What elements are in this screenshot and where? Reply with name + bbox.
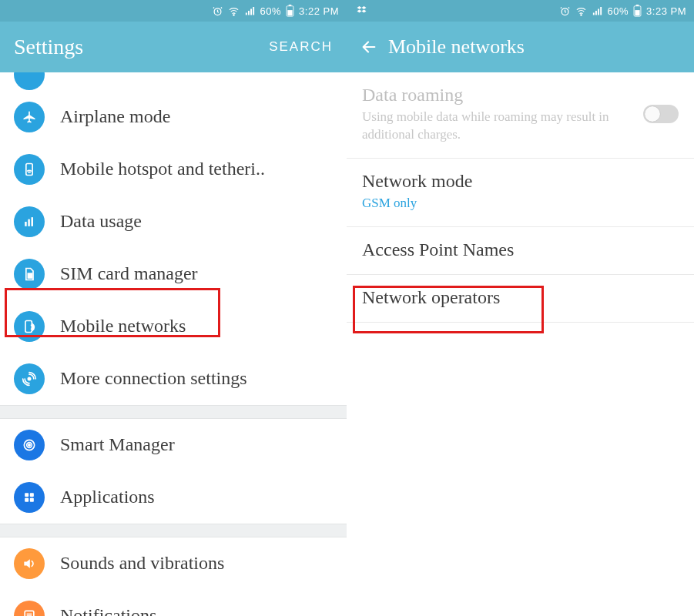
list-item-label: Sounds and vibrations [60,553,224,574]
setting-title: Network operators [362,287,679,308]
settings-list: Airplane mode Mobile hotspot and tetheri… [0,72,347,616]
svg-rect-10 [25,320,32,332]
svg-rect-4 [287,10,292,15]
notifications-icon [14,601,45,617]
list-item-airplane-mode[interactable]: Airplane mode [0,91,347,143]
list-item-sounds[interactable]: Sounds and vibrations [0,537,347,590]
setting-network-mode[interactable]: Network mode GSM only [347,159,694,227]
toggle-data-roaming[interactable] [643,105,679,123]
setting-description: Using mobile data while roaming may resu… [362,109,631,144]
airplane-icon [14,102,45,132]
alarm-icon [559,5,571,17]
back-button[interactable] [360,38,377,55]
sound-icon [14,548,45,579]
svg-rect-3 [289,5,292,6]
list-item-data-usage[interactable]: Data usage [0,196,347,248]
alarm-icon [212,5,223,17]
list-item-label: More connection settings [60,368,247,389]
setting-title: Access Point Names [362,239,679,260]
list-item-sim-manager[interactable]: SIM card manager [0,248,347,300]
clock-time: 3:22 PM [299,5,339,17]
generic-icon [14,72,45,90]
setting-network-operators[interactable]: Network operators [347,275,694,323]
app-bar: Mobile networks [347,22,694,72]
search-button[interactable]: SEARCH [269,39,333,55]
section-divider [0,405,347,419]
signal-icon [592,5,603,17]
setting-data-roaming[interactable]: Data roaming Using mobile data while roa… [347,72,694,159]
mobile-networks-icon [14,311,45,342]
data-usage-icon [14,206,45,237]
svg-point-1 [233,14,233,15]
svg-point-24 [580,14,581,15]
list-item-label: SIM card manager [60,263,198,284]
battery-icon [633,5,642,17]
svg-rect-18 [30,497,34,501]
list-item-mobile-networks[interactable]: Mobile networks [0,300,347,353]
hotspot-icon [14,154,45,185]
status-bar: 60% 3:22 PM [0,0,347,22]
list-item-label: Airplane mode [60,106,170,127]
wifi-icon [228,5,240,17]
list-item-label: Notifications [60,605,156,616]
page-title: Settings [14,35,258,59]
list-item-smart-manager[interactable]: Smart Manager [0,419,347,471]
screen-mobile-networks: 60% 3:23 PM Mobile networks Data roaming… [347,0,694,616]
app-bar: Settings SEARCH [0,22,347,72]
svg-rect-6 [25,222,27,226]
list-item[interactable] [0,72,347,91]
svg-rect-16 [30,493,34,497]
battery-percent: 60% [260,5,282,17]
smart-manager-icon [14,430,45,460]
list-item-more-connections[interactable]: More connection settings [0,353,347,405]
section-divider [0,524,347,537]
dropbox-icon [356,5,368,20]
wifi-icon [575,5,587,17]
svg-point-11 [28,377,30,380]
svg-rect-15 [25,493,28,497]
setting-title: Network mode [362,171,679,192]
setting-value: GSM only [362,195,679,213]
svg-rect-27 [635,10,639,15]
sim-icon [14,259,45,290]
list-item-label: Applications [60,487,155,507]
clock-time: 3:23 PM [646,5,686,17]
signal-icon [244,5,256,17]
more-connections-icon [14,363,45,394]
status-bar: 60% 3:23 PM [347,0,694,22]
list-item-label: Mobile networks [60,316,186,336]
page-title: Mobile networks [388,35,680,59]
svg-rect-26 [636,5,639,6]
setting-title: Data roaming [362,85,631,105]
applications-icon [14,482,45,513]
battery-percent: 60% [608,5,629,17]
list-item-label: Smart Manager [60,434,175,455]
svg-rect-5 [26,163,32,175]
svg-point-14 [28,444,31,446]
setting-apn[interactable]: Access Point Names [347,227,694,275]
list-item-applications[interactable]: Applications [0,471,347,524]
svg-rect-17 [25,497,28,501]
svg-rect-8 [32,217,34,226]
list-item-hotspot[interactable]: Mobile hotspot and tetheri.. [0,143,347,196]
svg-rect-9 [28,273,32,278]
svg-rect-7 [28,219,30,226]
battery-icon [286,5,294,17]
screen-settings: 60% 3:22 PM Settings SEARCH Airplane mod… [0,0,347,616]
list-item-label: Mobile hotspot and tetheri.. [60,159,265,179]
list-item-notifications[interactable]: Notifications [0,590,347,616]
list-item-label: Data usage [60,211,142,232]
